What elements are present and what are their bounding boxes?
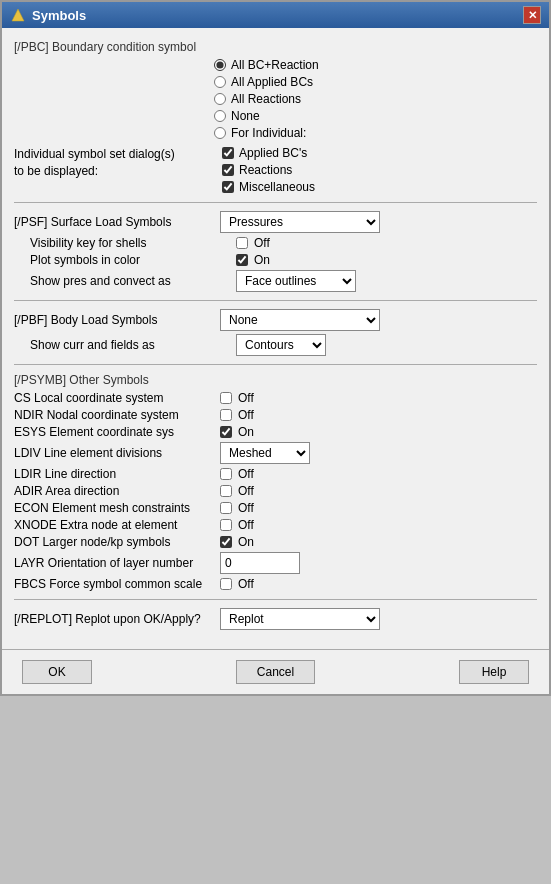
layr-row: LAYR Orientation of layer number [14, 552, 537, 574]
esys-val: On [238, 425, 254, 439]
divider-2 [14, 300, 537, 301]
radio-item-2: All Reactions [214, 92, 537, 106]
radio-label-4: For Individual: [231, 126, 306, 140]
ok-button[interactable]: OK [22, 660, 92, 684]
econ-row: ECON Element mesh constraints Off [14, 501, 537, 515]
psf-visibility-val: Off [254, 236, 270, 250]
chk-reactions[interactable] [222, 164, 234, 176]
chk-applied-bcs-label: Applied BC's [239, 146, 307, 160]
chk-adir[interactable] [220, 485, 232, 497]
individual-left: Individual symbol set dialog(s) to be di… [14, 146, 214, 194]
radio-all-reactions[interactable] [214, 93, 226, 105]
pbf-header: [/PBF] Body Load Symbols [14, 313, 214, 327]
ndir-val: Off [238, 408, 254, 422]
chk-miscellaneous-label: Miscellaneous [239, 180, 315, 194]
psf-pres-row: Show pres and convect as Face outlines A… [14, 270, 537, 292]
title-bar: Symbols ✕ [2, 2, 549, 28]
ldiv-label: LDIV Line element divisions [14, 446, 214, 460]
close-button[interactable]: ✕ [523, 6, 541, 24]
chk-ldir[interactable] [220, 468, 232, 480]
pbf-header-row: [/PBF] Body Load Symbols None Arrows [14, 309, 537, 331]
psymb-header: [/PSYMB] Other Symbols [14, 373, 537, 387]
checkbox-miscellaneous: Miscellaneous [222, 180, 315, 194]
econ-label: ECON Element mesh constraints [14, 501, 214, 515]
psf-pres-right: Face outlines Arrows Contours [236, 270, 537, 292]
psf-visibility-label: Visibility key for shells [30, 236, 230, 250]
pbf-curr-dropdown[interactable]: Contours Arrows [236, 334, 326, 356]
chk-xnode[interactable] [220, 519, 232, 531]
pbf-dropdown-row: None Arrows [220, 309, 537, 331]
esys-label: ESYS Element coordinate sys [14, 425, 214, 439]
chk-plot-color[interactable] [236, 254, 248, 266]
fbcs-right: Off [220, 577, 537, 591]
pbf-curr-row: Show curr and fields as Contours Arrows [14, 334, 537, 356]
individual-label-2: to be displayed: [14, 163, 214, 180]
radio-for-individual[interactable] [214, 127, 226, 139]
chk-esys[interactable] [220, 426, 232, 438]
individual-row: Individual symbol set dialog(s) to be di… [14, 146, 537, 194]
fbcs-val: Off [238, 577, 254, 591]
esys-row: ESYS Element coordinate sys On [14, 425, 537, 439]
xnode-label: XNODE Extra node at element [14, 518, 214, 532]
layr-input[interactable] [220, 552, 300, 574]
radio-none[interactable] [214, 110, 226, 122]
pbc-section: All BC+Reaction All Applied BCs All Reac… [14, 58, 537, 140]
layr-label: LAYR Orientation of layer number [14, 556, 214, 570]
checkbox-reactions: Reactions [222, 163, 315, 177]
dot-val: On [238, 535, 254, 549]
radio-item-1: All Applied BCs [214, 75, 537, 89]
chk-miscellaneous[interactable] [222, 181, 234, 193]
bottom-bar: OK Cancel Help [2, 649, 549, 694]
ldir-val: Off [238, 467, 254, 481]
adir-row: ADIR Area direction Off [14, 484, 537, 498]
pbc-radio-group: All BC+Reaction All Applied BCs All Reac… [214, 58, 537, 140]
replot-right: Replot Do not replot [220, 608, 537, 630]
ndir-row: NDIR Nodal coordinate system Off [14, 408, 537, 422]
psf-pres-dropdown[interactable]: Face outlines Arrows Contours [236, 270, 356, 292]
pbf-dropdown[interactable]: None Arrows [220, 309, 380, 331]
psf-dropdown-row: Pressures None [220, 211, 537, 233]
radio-all-bc-reaction[interactable] [214, 59, 226, 71]
psf-color-right: On [236, 253, 537, 267]
cs-row: CS Local coordinate system Off [14, 391, 537, 405]
replot-dropdown[interactable]: Replot Do not replot [220, 608, 380, 630]
pbf-curr-right: Contours Arrows [236, 334, 537, 356]
ldiv-row: LDIV Line element divisions Meshed No di… [14, 442, 537, 464]
ndir-label: NDIR Nodal coordinate system [14, 408, 214, 422]
layr-right [220, 552, 537, 574]
chk-cs[interactable] [220, 392, 232, 404]
svg-marker-0 [12, 9, 24, 21]
chk-visibility-shells[interactable] [236, 237, 248, 249]
divider-4 [14, 599, 537, 600]
chk-ndir[interactable] [220, 409, 232, 421]
radio-all-applied-bcs[interactable] [214, 76, 226, 88]
cs-val: Off [238, 391, 254, 405]
psf-color-row: Plot symbols in color On [14, 253, 537, 267]
pbc-header: [/PBC] Boundary condition symbol [14, 40, 537, 54]
pbf-curr-label: Show curr and fields as [30, 338, 230, 352]
adir-label: ADIR Area direction [14, 484, 214, 498]
econ-right: Off [220, 501, 537, 515]
ndir-right: Off [220, 408, 537, 422]
fbcs-row: FBCS Force symbol common scale Off [14, 577, 537, 591]
ldir-label: LDIR Line direction [14, 467, 214, 481]
radio-label-3: None [231, 109, 260, 123]
psf-visibility-right: Off [236, 236, 537, 250]
cancel-button[interactable]: Cancel [236, 660, 315, 684]
ldir-row: LDIR Line direction Off [14, 467, 537, 481]
xnode-val: Off [238, 518, 254, 532]
dot-label: DOT Larger node/kp symbols [14, 535, 214, 549]
ldiv-dropdown[interactable]: Meshed No divs Unset [220, 442, 310, 464]
radio-label-2: All Reactions [231, 92, 301, 106]
chk-dot[interactable] [220, 536, 232, 548]
symbols-dialog: Symbols ✕ [/PBC] Boundary condition symb… [0, 0, 551, 696]
chk-fbcs[interactable] [220, 578, 232, 590]
psf-dropdown[interactable]: Pressures None [220, 211, 380, 233]
chk-econ[interactable] [220, 502, 232, 514]
divider-3 [14, 364, 537, 365]
chk-applied-bcs[interactable] [222, 147, 234, 159]
replot-row: [/REPLOT] Replot upon OK/Apply? Replot D… [14, 608, 537, 630]
help-button[interactable]: Help [459, 660, 529, 684]
title-bar-left: Symbols [10, 7, 86, 23]
ldir-right: Off [220, 467, 537, 481]
